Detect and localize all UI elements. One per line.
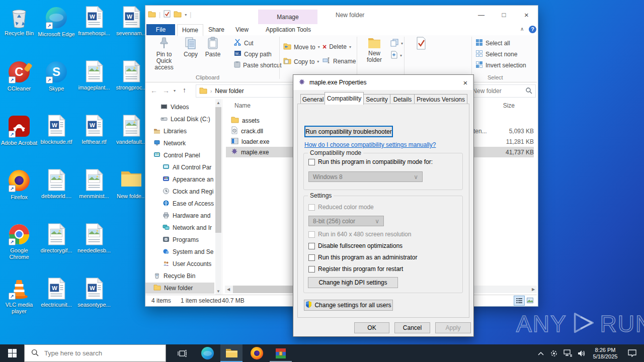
maximize-button[interactable]: □ xyxy=(493,6,515,24)
scroll-up-icon[interactable]: ▲ xyxy=(215,99,221,106)
search-icon[interactable] xyxy=(525,87,532,96)
start-button[interactable] xyxy=(0,344,24,362)
paste-button[interactable]: Paste xyxy=(202,37,224,58)
pin-to-quick-access-button[interactable]: Pin to Quickaccess xyxy=(148,37,180,71)
select-all-button[interactable]: Select all xyxy=(475,39,510,48)
tab-details[interactable]: Details xyxy=(390,94,415,105)
disable-fullscreen-label[interactable]: Disable fullscreen optimizations xyxy=(318,242,403,249)
taskbar-firefox-button[interactable] xyxy=(246,344,268,362)
sidebar-item-control-panel[interactable]: Control Panel xyxy=(153,150,200,161)
compatibility-help-link[interactable]: How do I choose compatibility settings m… xyxy=(304,141,436,148)
taskbar-search-box[interactable] xyxy=(24,344,166,362)
sidebar-item-local-disk[interactable]: Local Disk (C:) xyxy=(160,114,210,125)
desktop-icon-neededlesb[interactable]: neededlesb... xyxy=(75,223,113,254)
delete-button[interactable]: × Delete▾ xyxy=(323,43,351,51)
sidebar-item-user-accounts[interactable]: User Accounts xyxy=(163,258,211,269)
desktop-icon-debtworld[interactable]: debtworld.... xyxy=(37,169,75,200)
run-troubleshooter-button[interactable]: Run compatibility troubleshooter xyxy=(304,126,393,137)
sidebar-item-appearance[interactable]: Appearance an xyxy=(163,174,213,185)
compat-mode-checkbox[interactable] xyxy=(308,159,315,165)
register-restart-label[interactable]: Register this program for restart xyxy=(318,265,403,273)
column-header-size[interactable]: Size xyxy=(485,102,515,109)
scroll-down-icon[interactable]: ▼ xyxy=(215,288,221,295)
tray-app-icon[interactable] xyxy=(547,344,560,362)
network-tray-icon[interactable] xyxy=(560,344,575,362)
move-to-button[interactable]: Move to▾ xyxy=(283,43,320,51)
large-icons-view-button[interactable] xyxy=(525,296,535,305)
copy-button[interactable]: Copy xyxy=(180,37,202,58)
compat-mode-checkbox-label[interactable]: Run this program in compatibility mode f… xyxy=(318,158,433,165)
run-admin-label[interactable]: Run this program as an administrator xyxy=(318,254,417,261)
back-icon[interactable]: ← xyxy=(150,86,157,95)
desktop-icon-ccleaner[interactable]: C ↗ CCleaner xyxy=(0,60,38,92)
clock[interactable]: 8:26 PM 5/18/2025 xyxy=(590,344,621,362)
desktop-icon-seasontype[interactable]: W seasontype... xyxy=(75,278,113,308)
desktop-icon-lefthear[interactable]: W lefthear.rtf xyxy=(75,115,113,145)
breadcrumb[interactable]: New folder xyxy=(215,87,244,95)
sidebar-item-programs[interactable]: Programs xyxy=(163,234,199,245)
new-folder-button[interactable]: Newfolder xyxy=(361,37,388,63)
file-row-loader-exe[interactable]: loader.exe xyxy=(231,136,269,147)
desktop-icon-recycle-bin[interactable]: Recycle Bin xyxy=(0,6,38,37)
tab-previous-versions[interactable]: Previous Versions xyxy=(414,94,467,105)
scroll-right-icon[interactable]: ▶ xyxy=(530,286,537,293)
properties-check-icon[interactable] xyxy=(164,10,171,19)
nav-scrollbar[interactable]: ▲ ▼ xyxy=(215,99,221,295)
taskbar-search-input[interactable] xyxy=(43,349,166,357)
up-icon[interactable]: ↑ xyxy=(183,86,186,94)
sidebar-item-network[interactable]: Network xyxy=(153,138,186,149)
copy-to-button[interactable]: Copy to▾ xyxy=(283,57,319,66)
tab-share[interactable]: Share xyxy=(205,24,228,35)
properties-button[interactable] xyxy=(407,37,435,51)
tray-chevron-icon[interactable] xyxy=(535,344,546,362)
desktop-icon-directorygif[interactable]: directorygif... xyxy=(37,223,75,254)
tab-general[interactable]: General xyxy=(300,94,326,105)
scroll-left-icon[interactable]: ◀ xyxy=(225,286,232,293)
copy-path-button[interactable]: W.. Copy path xyxy=(234,50,272,58)
forward-icon[interactable]: → xyxy=(163,86,170,95)
minimize-button[interactable]: — xyxy=(470,6,493,24)
scrollbar-thumb[interactable] xyxy=(215,107,221,233)
ok-button[interactable]: OK xyxy=(354,322,389,333)
register-restart-checkbox[interactable] xyxy=(308,266,315,273)
help-icon[interactable]: ? xyxy=(529,26,536,33)
easy-access-button[interactable]: ▾ xyxy=(390,51,402,60)
file-row-assets[interactable]: assets xyxy=(231,115,260,126)
desktop-icon-vlc[interactable]: ↗ VLC media player xyxy=(0,278,38,315)
tab-security[interactable]: Security xyxy=(363,94,391,105)
sidebar-item-recycle-bin[interactable]: Recycle Bin xyxy=(153,270,195,282)
apply-button[interactable]: Apply xyxy=(435,322,471,333)
taskbar-file-explorer-button[interactable] xyxy=(220,344,243,362)
sidebar-item-ease-of-access[interactable]: Ease of Access xyxy=(163,198,214,209)
select-none-button[interactable]: Select none xyxy=(475,50,517,59)
quick-access-toolbar[interactable]: | ▾ | xyxy=(148,10,191,19)
cancel-button[interactable]: Cancel xyxy=(394,322,430,333)
desktop-icon-edge[interactable]: ↗ Microsoft Edge xyxy=(37,6,75,38)
column-header-name[interactable]: Name xyxy=(234,102,251,109)
rename-button[interactable]: Rename xyxy=(323,57,356,65)
change-dpi-button[interactable]: Change high DPI settings xyxy=(308,277,398,288)
folder-icon[interactable] xyxy=(174,11,182,19)
recent-locations-icon[interactable]: ▾ xyxy=(174,88,176,93)
desktop-icon-firefox[interactable]: ↗ Firefox xyxy=(0,169,38,201)
close-button[interactable]: × xyxy=(515,6,538,24)
file-row-crack-dll[interactable]: crack.dll xyxy=(231,126,263,136)
change-all-users-button[interactable]: Change settings for all users xyxy=(304,300,393,311)
desktop-icon-framehospi[interactable]: W framehospi... xyxy=(75,6,113,37)
taskbar-edge-button[interactable] xyxy=(196,344,218,362)
sidebar-item-all-control-panel[interactable]: All Control Par xyxy=(163,162,211,173)
tab-compatibility[interactable]: Compatibility xyxy=(325,92,364,105)
qat-customize-icon[interactable]: ▾ xyxy=(185,13,187,17)
tab-application-tools[interactable]: Application Tools xyxy=(259,24,318,35)
sidebar-item-libraries[interactable]: Libraries xyxy=(153,126,187,137)
action-center-icon[interactable] xyxy=(623,344,641,362)
folder-icon[interactable] xyxy=(148,11,156,19)
volume-tray-icon[interactable] xyxy=(575,344,589,362)
details-view-button[interactable] xyxy=(514,296,525,306)
ribbon-collapse-icon[interactable]: ∧ xyxy=(520,26,524,32)
dialog-close-icon[interactable]: × xyxy=(459,77,471,88)
tab-file[interactable]: File xyxy=(146,24,175,35)
taskbar-winrar-button[interactable] xyxy=(270,344,292,362)
sidebar-item-videos[interactable]: Videos xyxy=(160,102,189,113)
manage-contextual-tab[interactable]: Manage xyxy=(258,10,317,24)
